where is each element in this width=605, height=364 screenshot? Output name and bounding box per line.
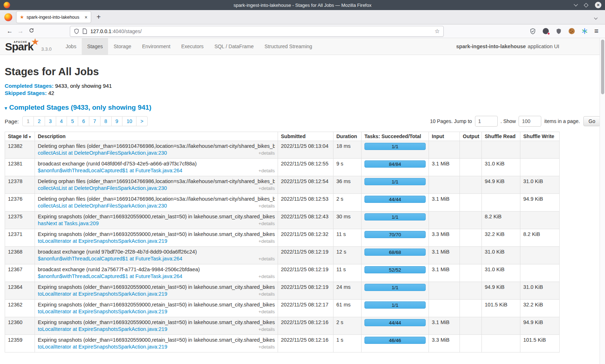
page-button-2[interactable]: 2 bbox=[33, 116, 45, 126]
nav-item-storage[interactable]: Storage bbox=[108, 38, 136, 55]
tasks-count: 1/1 bbox=[392, 214, 399, 220]
column-header-duration[interactable]: Duration bbox=[333, 132, 362, 141]
hamburger-menu-icon[interactable]: ≡ bbox=[594, 27, 599, 35]
firefox-view-icon[interactable] bbox=[4, 13, 12, 21]
new-tab-button[interactable]: + bbox=[97, 13, 101, 21]
submitted-cell: 2022/11/25 08:12:55 bbox=[278, 159, 333, 176]
column-header-description[interactable]: Description bbox=[35, 132, 278, 141]
nav-item-environment[interactable]: Environment bbox=[137, 38, 176, 55]
output-cell bbox=[460, 247, 482, 264]
details-toggle[interactable]: +details bbox=[259, 220, 275, 227]
output-cell bbox=[460, 300, 482, 317]
stage-id: 12378 bbox=[5, 176, 35, 194]
details-toggle[interactable]: +details bbox=[259, 255, 275, 262]
skipped-stages-link[interactable]: Skipped Stages: bbox=[5, 90, 47, 96]
completed-stages-link[interactable]: Completed Stages: bbox=[5, 83, 54, 89]
shuffle-write-cell: 31.0 KiB bbox=[520, 176, 560, 194]
back-button[interactable]: ← bbox=[4, 28, 15, 35]
column-header-tasks-succeeded-total[interactable]: Tasks: Succeeded/Total bbox=[362, 132, 429, 141]
details-toggle[interactable]: +details bbox=[259, 185, 275, 192]
show-count-input[interactable] bbox=[519, 116, 541, 127]
spark-logo[interactable]: APACHE Spark ★ 3.3.0 bbox=[0, 38, 57, 55]
browser-tab[interactable]: ★ spark-ingest-into-lakehous × bbox=[17, 12, 91, 23]
column-header-submitted[interactable]: Submitted bbox=[278, 132, 333, 141]
bookmark-star-icon[interactable]: ☆ bbox=[435, 28, 440, 35]
stage-callsite-link[interactable]: toLocalIterator at ExpireSnapshotsSparkA… bbox=[38, 343, 167, 350]
forward-button[interactable]: → bbox=[15, 28, 26, 35]
column-header-shuffle-read[interactable]: Shuffle Read bbox=[482, 132, 520, 141]
page-content: Stages for All Jobs Completed Stages: 94… bbox=[0, 66, 605, 352]
scrollbar-thumb[interactable] bbox=[601, 40, 604, 94]
container-extension-icon[interactable] bbox=[542, 28, 549, 35]
stage-id: 12376 bbox=[5, 194, 35, 211]
jump-to-input[interactable] bbox=[475, 116, 498, 127]
stage-callsite-link[interactable]: toLocalIterator at ExpireSnapshotsSparkA… bbox=[38, 308, 167, 315]
shuffle-write-cell: 101.5 KiB bbox=[520, 335, 560, 352]
details-toggle[interactable]: +details bbox=[259, 150, 275, 156]
page-button-4[interactable]: 4 bbox=[56, 116, 67, 126]
page-button-5[interactable]: 5 bbox=[67, 116, 78, 126]
column-header-input[interactable]: Input bbox=[429, 132, 460, 141]
page-info-icon[interactable] bbox=[82, 28, 87, 34]
stage-callsite-link[interactable]: $anonfun$withThreadLocalCaptured$1 at Fu… bbox=[38, 255, 182, 262]
page-button-9[interactable]: 9 bbox=[111, 116, 123, 126]
page-button-6[interactable]: 6 bbox=[78, 116, 89, 126]
shield-icon[interactable] bbox=[74, 28, 79, 34]
go-button[interactable]: Go bbox=[583, 116, 600, 126]
nav-item-executors[interactable]: Executors bbox=[176, 38, 209, 55]
details-toggle[interactable]: +details bbox=[259, 343, 275, 350]
stage-callsite-link[interactable]: collectAsList at DeleteOrphanFilesSparkA… bbox=[38, 185, 167, 192]
column-header-shuffle-write[interactable]: Shuffle Write bbox=[520, 132, 560, 141]
details-toggle[interactable]: +details bbox=[259, 308, 275, 315]
asterisk-extension-icon[interactable] bbox=[581, 28, 588, 35]
nav-item-jobs[interactable]: Jobs bbox=[60, 38, 82, 55]
window-titlebar: spark-ingest-into-lakehouse - Stages for… bbox=[0, 0, 605, 10]
stage-callsite-link[interactable]: hasNext at Tasks.java:209 bbox=[38, 220, 99, 227]
stage-callsite-link[interactable]: collectAsList at DeleteOrphanFilesSparkA… bbox=[38, 203, 167, 209]
stage-callsite-link[interactable]: $anonfun$withThreadLocalCaptured$1 at Fu… bbox=[38, 167, 182, 174]
page-button-7[interactable]: 7 bbox=[89, 116, 100, 126]
page-button-next[interactable]: > bbox=[136, 116, 148, 126]
stage-callsite-link[interactable]: toLocalIterator at ExpireSnapshotsSparkA… bbox=[38, 326, 167, 333]
shuffle-read-cell: 94.9 KiB bbox=[482, 176, 520, 194]
minimize-icon[interactable] bbox=[574, 2, 578, 6]
url-bar[interactable]: 127.0.0.1:4040/stages/ ☆ bbox=[70, 26, 444, 37]
url-text[interactable]: 127.0.0.1:4040/stages/ bbox=[90, 28, 435, 34]
stage-callsite-link[interactable]: $anonfun$withThreadLocalCaptured$1 at Fu… bbox=[38, 273, 182, 280]
vertical-scrollbar[interactable] bbox=[600, 38, 605, 364]
details-toggle[interactable]: +details bbox=[259, 203, 275, 209]
stage-callsite-link[interactable]: toLocalIterator at ExpireSnapshotsSparkA… bbox=[38, 238, 167, 245]
column-header-stage-id[interactable]: Stage Id▾ bbox=[5, 132, 35, 141]
ublock-extension-icon[interactable] bbox=[555, 28, 562, 35]
reload-button[interactable] bbox=[26, 28, 37, 35]
summary: Completed Stages: 9433, only showing 941… bbox=[5, 82, 600, 97]
page-button-8[interactable]: 8 bbox=[100, 116, 112, 126]
details-toggle[interactable]: +details bbox=[259, 238, 275, 245]
completed-stages-section-header[interactable]: ▾Completed Stages (9433, only showing 94… bbox=[5, 104, 600, 112]
page-button-10[interactable]: 10 bbox=[122, 116, 136, 126]
tab-close-icon[interactable]: × bbox=[85, 14, 88, 20]
page-button-3[interactable]: 3 bbox=[45, 116, 56, 126]
table-row: 12381 broadcast exchange (runId 048fd06f… bbox=[5, 159, 560, 176]
maximize-icon[interactable] bbox=[584, 3, 588, 8]
details-toggle[interactable]: +details bbox=[259, 273, 275, 280]
page-button-1[interactable]: 1 bbox=[22, 116, 34, 126]
list-tabs-chevron-icon[interactable] bbox=[594, 16, 598, 19]
shuffle-write-cell: 94.9 KiB bbox=[520, 317, 560, 335]
nav-item-stages[interactable]: Stages bbox=[82, 38, 108, 55]
details-toggle[interactable]: +details bbox=[259, 326, 275, 333]
stage-description: Deleting orphan files (older_than=166910… bbox=[38, 196, 275, 203]
submitted-cell: 2022/11/25 08:12:19 bbox=[278, 264, 333, 282]
shield-check-extension-icon[interactable] bbox=[529, 28, 536, 35]
nav-item-sql-dataframe[interactable]: SQL / DataFrame bbox=[209, 38, 259, 55]
stage-callsite-link[interactable]: toLocalIterator at ExpireSnapshotsSparkA… bbox=[38, 291, 167, 297]
details-toggle[interactable]: +details bbox=[259, 291, 275, 297]
shuffle-write-cell bbox=[520, 211, 560, 229]
stage-callsite-link[interactable]: collectAsList at DeleteOrphanFilesSparkA… bbox=[38, 150, 167, 156]
nav-item-structured-streaming[interactable]: Structured Streaming bbox=[259, 38, 318, 55]
pages-info: 10 Pages. Jump to bbox=[430, 118, 472, 124]
column-header-output[interactable]: Output bbox=[460, 132, 482, 141]
cookie-extension-icon[interactable] bbox=[568, 28, 575, 35]
close-icon[interactable]: × bbox=[595, 2, 601, 8]
details-toggle[interactable]: +details bbox=[259, 167, 275, 174]
